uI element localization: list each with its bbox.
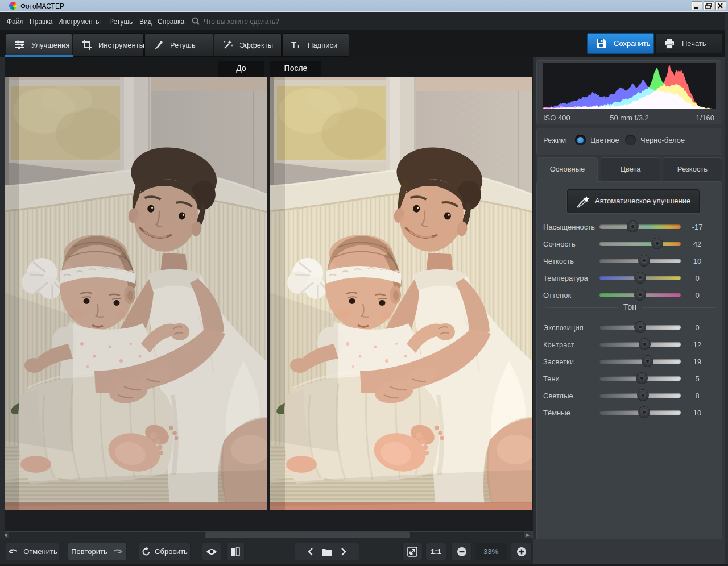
svg-text:т: т [297, 43, 300, 49]
svg-text:T: T [291, 40, 296, 49]
